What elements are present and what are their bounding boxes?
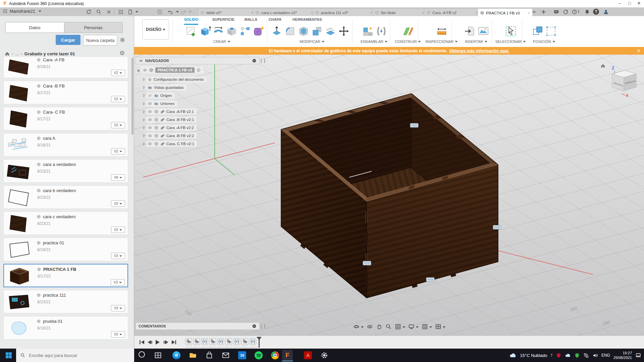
tab-solido[interactable]: SOLIDO xyxy=(184,17,198,25)
project-item[interactable]: cara b verdadero 8/23/21 V2 xyxy=(3,185,128,209)
group-insertar[interactable]: INSERTAR xyxy=(465,39,487,44)
taskbar-search[interactable] xyxy=(16,349,134,362)
position-revert-icon[interactable] xyxy=(545,25,557,38)
construction-plane-icon[interactable] xyxy=(402,25,415,38)
bell-icon[interactable] xyxy=(584,9,590,15)
extrude-icon[interactable] xyxy=(199,25,211,38)
panel-drag-grip[interactable] xyxy=(261,59,265,63)
cortana-icon[interactable] xyxy=(139,351,145,358)
visibility-eye-icon[interactable] xyxy=(148,125,152,130)
settings-gear-icon[interactable] xyxy=(320,351,328,359)
notifications-clock-icon[interactable] xyxy=(572,9,577,15)
mail-icon[interactable] xyxy=(222,351,230,359)
refresh-icon[interactable] xyxy=(86,9,92,15)
new-component-icon[interactable] xyxy=(362,25,374,38)
workspace-selector[interactable]: DISEÑO xyxy=(142,19,169,40)
group-inspeccionar[interactable]: INSPECCIONAR xyxy=(425,39,458,44)
comments-panel-icon[interactable] xyxy=(553,9,559,15)
panel-drag-grip[interactable] xyxy=(261,324,265,328)
expand-toggle-icon[interactable] xyxy=(142,109,146,114)
action-center-icon[interactable] xyxy=(635,352,641,358)
file-menu-icon[interactable] xyxy=(127,9,133,15)
language-indicator[interactable]: ENG xyxy=(601,353,610,358)
onedrive-icon[interactable] xyxy=(565,352,571,358)
expand-toggle-icon[interactable] xyxy=(142,77,146,82)
banner-link[interactable]: Obtenga más información aquí. xyxy=(449,49,509,53)
visibility-eye-icon[interactable] xyxy=(148,117,152,122)
zoom-icon[interactable] xyxy=(385,323,392,330)
close-panel-icon[interactable] xyxy=(106,9,112,15)
create-sketch-icon[interactable] xyxy=(185,25,198,38)
version-dropdown[interactable]: V2 xyxy=(111,331,125,338)
tree-row-origin[interactable]: Origen xyxy=(142,92,175,99)
project-item[interactable]: Cara -B FB 8/17/21 V2 xyxy=(3,81,128,104)
panel-scrollbar[interactable] xyxy=(131,58,133,135)
project-item-selected[interactable]: PRACTICA 1 FB 8/17/21 V3 xyxy=(3,264,128,287)
adobe-icon[interactable]: A xyxy=(304,351,312,359)
navigator-header[interactable]: NAVEGADOR xyxy=(136,57,260,64)
visibility-eye-icon[interactable] xyxy=(148,141,152,146)
maximize-button[interactable]: □ xyxy=(625,0,635,7)
tab-list-chevron-icon[interactable] xyxy=(531,9,537,15)
collapse-panel-icon[interactable] xyxy=(139,59,143,63)
tree-row-component[interactable]: Cara- C FB v2:1 xyxy=(142,140,197,147)
app-grid-icon[interactable] xyxy=(118,9,124,15)
fit-icon[interactable] xyxy=(395,323,405,329)
tab-chapa[interactable]: CHAPA xyxy=(269,17,281,23)
search-icon[interactable] xyxy=(96,9,102,15)
tab-datos[interactable]: Datos xyxy=(6,22,64,33)
version-dropdown[interactable]: V3 xyxy=(111,305,125,311)
pattern-icon[interactable] xyxy=(239,25,252,38)
tree-row-component[interactable]: Cara -A FB v2:2 xyxy=(142,124,197,131)
expand-toggle-icon[interactable] xyxy=(142,125,146,130)
version-dropdown[interactable]: V2 xyxy=(111,96,125,102)
project-item[interactable]: cara a verdadero 8/23/21 V6 xyxy=(3,159,128,183)
display-settings-icon[interactable] xyxy=(408,323,419,329)
search-input[interactable] xyxy=(28,353,123,358)
look-at-icon[interactable] xyxy=(367,323,373,330)
create-form-icon[interactable] xyxy=(252,25,265,38)
collaboration-globe-icon[interactable] xyxy=(119,50,125,56)
version-dropdown[interactable]: V3 xyxy=(111,279,125,286)
expand-toggle-icon[interactable] xyxy=(142,133,146,138)
tree-row-doc-settings[interactable]: Configuración del documento xyxy=(142,76,207,83)
tab-herramientas[interactable]: HERRAMIENTAS xyxy=(292,17,322,23)
orbit-icon[interactable] xyxy=(353,323,364,329)
home-icon[interactable] xyxy=(5,51,10,56)
view-cube[interactable]: Z FRONTAL DERECHA X xyxy=(601,64,636,98)
network-icon[interactable] xyxy=(583,353,589,358)
project-item[interactable]: Cara- C FB 8/17/21 V2 xyxy=(3,107,128,130)
timeline-playback-controls[interactable] xyxy=(138,338,179,346)
spotify-icon[interactable] xyxy=(255,351,263,359)
insert-derive-icon[interactable] xyxy=(464,25,476,38)
fillet-icon[interactable] xyxy=(284,25,297,38)
comments-panel-header[interactable]: COMENTARIOS xyxy=(136,322,260,330)
group-modificar[interactable]: MODIFICAR xyxy=(300,39,324,44)
press-pull-icon[interactable] xyxy=(270,25,283,38)
close-button[interactable]: ✕ xyxy=(634,0,644,7)
mcafee-icon[interactable] xyxy=(556,353,561,358)
project-item[interactable]: practica 111 8/23/21 V3 xyxy=(3,290,128,313)
hide-panel-icon[interactable] xyxy=(252,58,257,63)
group-ensamblar[interactable]: ENSAMBLAR xyxy=(361,39,387,44)
project-item[interactable]: cara A 8/16/21 V2 xyxy=(3,133,128,157)
doc-tab-cara-c-verdadero[interactable]: cara c verdadero v2* xyxy=(253,8,316,16)
tree-row-root[interactable]: PRACTICA 1 FB v3 xyxy=(136,66,204,74)
insert-canvas-icon[interactable] xyxy=(477,25,490,38)
expand-toggle-icon[interactable] xyxy=(142,93,146,98)
panel-settings-gear-icon[interactable] xyxy=(119,37,125,43)
new-tab-button[interactable] xyxy=(541,9,546,15)
version-dropdown[interactable]: V6 xyxy=(111,174,125,181)
tree-row-saved-views[interactable]: Vistas guardadas xyxy=(142,84,186,91)
visibility-eye-icon[interactable] xyxy=(148,109,152,114)
version-dropdown[interactable]: V2 xyxy=(111,227,125,233)
close-tab-icon[interactable] xyxy=(527,11,530,15)
undo-icon[interactable] xyxy=(168,9,173,15)
doc-tab-sin-titulo[interactable]: Sin título xyxy=(372,8,427,16)
project-item[interactable]: practica 01 8/16/21 V3 xyxy=(3,238,128,261)
shell-icon[interactable] xyxy=(297,25,310,38)
tab-personas[interactable]: Personas xyxy=(64,22,123,33)
split-body-icon[interactable] xyxy=(324,25,337,38)
expand-toggle-icon[interactable] xyxy=(142,101,146,106)
tray-chevron-icon[interactable]: ⤴ xyxy=(550,353,552,357)
